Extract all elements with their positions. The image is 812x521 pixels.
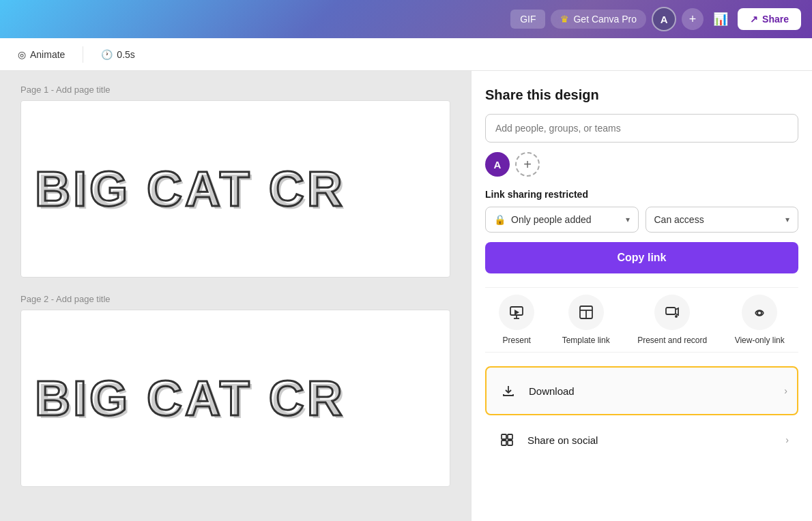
clock-icon: 🕐 — [101, 49, 113, 60]
add-collaborator-button[interactable]: + — [515, 152, 540, 177]
svg-rect-7 — [666, 308, 676, 314]
canvas-area: Page 1 - Add page title BIG CAT CR Page … — [0, 71, 471, 521]
copy-link-button[interactable]: Copy link — [485, 242, 798, 273]
share-social-icon — [495, 428, 519, 452]
present-record-action[interactable]: Present and record — [637, 295, 707, 345]
view-only-link-action[interactable]: View-only link — [735, 295, 785, 345]
lock-icon: 🔒 — [494, 214, 506, 225]
svg-marker-3 — [514, 310, 519, 315]
page1-text: BIG CAT CR — [35, 161, 345, 217]
chart-button[interactable]: 📊 — [709, 8, 732, 31]
svg-point-9 — [757, 311, 762, 315]
animate-button[interactable]: ◎ Animate — [11, 45, 72, 64]
link-sharing-label: Link sharing restricted — [485, 189, 798, 200]
link-dropdowns-row: 🔒 Only people added ▾ Can access ▾ — [485, 207, 798, 233]
navbar: GIF ♛ Get Canva Pro A + 📊 ↗ Share — [0, 0, 812, 38]
share-social-list-item[interactable]: Share on social › — [485, 417, 798, 463]
duration-button[interactable]: 🕐 0.5s — [94, 45, 141, 64]
page2-canvas: BIG CAT CR — [20, 310, 450, 487]
page2-text: BIG CAT CR — [35, 370, 345, 426]
chevron-down-icon-2: ▾ — [785, 215, 789, 224]
download-list-item[interactable]: Download › — [485, 366, 798, 415]
present-record-label: Present and record — [637, 336, 707, 345]
svg-rect-11 — [508, 434, 512, 439]
page2-section: Page 2 - Add page title BIG CAT CR — [20, 294, 450, 487]
share-button[interactable]: ↗ Share — [738, 8, 801, 30]
view-only-icon — [742, 295, 777, 330]
collaborators-row: A + — [485, 152, 798, 177]
template-link-action[interactable]: Template link — [562, 295, 610, 345]
share-input[interactable] — [485, 114, 798, 143]
canva-pro-button[interactable]: ♛ Get Canva Pro — [551, 10, 646, 29]
present-icon — [499, 295, 534, 330]
crown-icon: ♛ — [560, 14, 569, 25]
divider — [83, 46, 83, 63]
present-action[interactable]: Present — [499, 295, 534, 345]
download-label: Download — [529, 385, 575, 397]
chevron-right-icon-2: › — [785, 434, 789, 445]
template-link-label: Template link — [562, 336, 610, 345]
svg-rect-13 — [508, 441, 512, 445]
people-added-dropdown[interactable]: 🔒 Only people added ▾ — [485, 207, 639, 233]
download-icon — [496, 378, 521, 403]
chevron-down-icon: ▾ — [626, 215, 630, 224]
svg-point-8 — [675, 315, 678, 318]
collaborator-avatar[interactable]: A — [485, 152, 510, 177]
can-access-dropdown[interactable]: Can access ▾ — [646, 207, 799, 233]
gif-button[interactable]: GIF — [510, 10, 545, 29]
avatar[interactable]: A — [652, 7, 676, 31]
share-panel-title: Share this design — [485, 87, 798, 103]
page1-canvas: BIG CAT CR — [20, 100, 450, 278]
action-icons-row: Present Template link — [485, 287, 798, 353]
animate-icon: ◎ — [18, 49, 26, 60]
page1-section: Page 1 - Add page title BIG CAT CR — [20, 85, 450, 278]
share-icon: ↗ — [750, 14, 758, 25]
template-link-icon — [568, 295, 604, 330]
page1-label: Page 1 - Add page title — [20, 85, 450, 95]
share-panel: Share this design A + Link sharing restr… — [471, 71, 812, 521]
present-record-icon — [654, 295, 690, 330]
svg-rect-12 — [502, 441, 506, 445]
present-label: Present — [503, 336, 531, 345]
page2-label: Page 2 - Add page title — [20, 294, 450, 304]
svg-rect-10 — [502, 434, 506, 439]
subtoolbar: ◎ Animate 🕐 0.5s — [0, 38, 812, 71]
main-layout: Page 1 - Add page title BIG CAT CR Page … — [0, 71, 812, 521]
chevron-right-icon: › — [784, 385, 787, 396]
view-only-label: View-only link — [735, 336, 785, 345]
share-social-label: Share on social — [527, 434, 598, 446]
plus-button[interactable]: + — [682, 8, 704, 30]
